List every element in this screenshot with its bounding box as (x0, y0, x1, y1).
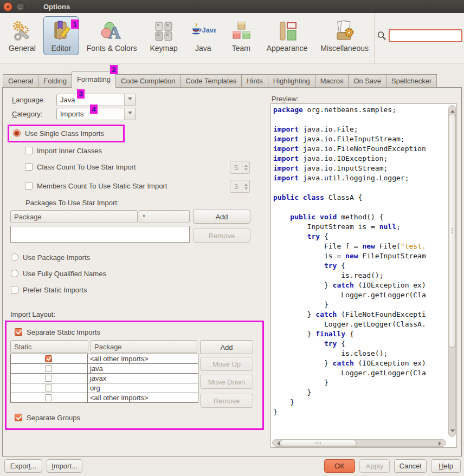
scroll-up-icon[interactable] (450, 108, 455, 113)
annotation-badge-2: 2 (110, 65, 118, 74)
help-button[interactable]: Help (431, 459, 461, 473)
toolbar-item-label: Editor (51, 44, 72, 53)
preview-label: Preview: (272, 95, 299, 103)
window-close-icon[interactable]: × (3, 2, 12, 11)
toolbar-item-miscellaneous[interactable]: Miscellaneous (315, 16, 374, 55)
packages-remove-button[interactable]: Remove (193, 229, 250, 243)
window-maximize-icon[interactable] (16, 2, 25, 11)
appearance-icon (275, 19, 300, 43)
language-value: Java (57, 94, 124, 106)
tab-hints[interactable]: Hints (241, 74, 268, 88)
tab-general[interactable]: General (3, 74, 38, 88)
apply-button[interactable]: Apply (359, 459, 390, 473)
tab-highlighting[interactable]: Highlighting (268, 74, 315, 88)
toolbar-item-keymap[interactable]: Keymap (144, 16, 183, 55)
titlebar: × Options (0, 0, 464, 13)
import-layout-table: <all other imports>javajavaxorg<all othe… (10, 354, 198, 403)
toolbar-item-label: Fonts & Colors (87, 44, 137, 53)
scroll-right-icon[interactable] (439, 441, 443, 446)
separate-groups-checkbox[interactable] (15, 414, 22, 421)
static-checkbox[interactable] (45, 394, 52, 401)
cancel-button[interactable]: Cancel (394, 459, 427, 473)
package-cell: <all other imports> (88, 394, 198, 402)
members-count-checkbox[interactable] (25, 182, 33, 190)
package-cell: org (88, 384, 198, 392)
packages-column-header[interactable]: Package (10, 210, 138, 223)
tab-code-templates[interactable]: Code Templates (180, 74, 242, 88)
tab-macros[interactable]: Macros (315, 74, 349, 88)
separate-groups-label: Separate Groups (27, 414, 80, 422)
spinner-arrows-icon[interactable] (242, 161, 249, 173)
tab-code-completion[interactable]: Code Completion (115, 74, 181, 88)
import-layout-row[interactable]: <all other imports> (11, 393, 198, 403)
members-count-value: 3 (230, 180, 242, 192)
tab-on-save[interactable]: On Save (348, 74, 386, 88)
toolbar-item-general[interactable]: General (3, 16, 41, 55)
toolbar-item-label: Java (195, 44, 211, 53)
scroll-down-icon[interactable] (450, 429, 455, 434)
use-fully-qualified-radio[interactable] (11, 270, 18, 277)
annotation-badge-3: 3 (77, 89, 85, 99)
static-checkbox[interactable] (45, 365, 52, 372)
import-layout-row[interactable]: org (11, 383, 198, 393)
search-input[interactable] (389, 29, 462, 42)
spinner-arrows-icon[interactable] (242, 180, 249, 192)
separate-static-imports-checkbox[interactable] (15, 328, 22, 336)
layout-add-button[interactable]: Add (200, 340, 253, 354)
prefer-static-imports-checkbox[interactable] (11, 286, 18, 294)
import-inner-classes-checkbox[interactable] (25, 147, 33, 154)
tab-bar: GeneralFoldingFormattingCode CompletionC… (3, 71, 436, 88)
import-layout-row[interactable]: java (11, 364, 198, 374)
horizontal-scrollbar-thumb[interactable] (280, 440, 357, 446)
category-toolbar: GeneralEditorAFonts & ColorsKeymapJavaJa… (0, 13, 464, 63)
ok-button[interactable]: OK (324, 459, 355, 473)
static-column-header[interactable]: Static (10, 340, 88, 353)
use-package-imports-radio[interactable] (11, 253, 18, 261)
toolbar-item-team[interactable]: Team (223, 16, 259, 55)
scroll-left-icon[interactable] (275, 441, 280, 446)
export-button[interactable]: Export... (4, 459, 42, 473)
static-checkbox[interactable] (45, 384, 52, 392)
import-layout-row[interactable]: javax (11, 374, 198, 383)
class-count-spinner[interactable]: 5 (230, 161, 250, 174)
team-icon (229, 19, 254, 43)
tab-spellchecker[interactable]: Spellchecker (386, 74, 437, 88)
members-count-label: Members Count To Use Static Star Import (37, 182, 167, 190)
search-icon (377, 31, 386, 41)
package-cell: java (88, 364, 198, 373)
chevron-down-icon[interactable] (124, 108, 136, 120)
import-button[interactable]: Import... (47, 459, 82, 473)
tab-formatting[interactable]: Formatting (72, 71, 116, 88)
star-column-header[interactable]: * (139, 210, 190, 223)
use-single-class-imports-radio[interactable] (13, 129, 21, 137)
import-layout-row[interactable]: <all other imports> (11, 354, 198, 364)
vertical-scrollbar-thumb[interactable] (449, 114, 455, 348)
static-checkbox[interactable] (45, 355, 52, 362)
language-label: Language: (12, 96, 45, 104)
annotation-badge-4: 4 (90, 105, 98, 114)
toolbar-separator (374, 13, 375, 63)
horizontal-scrollbar[interactable] (272, 439, 446, 447)
class-count-value: 5 (230, 161, 242, 173)
members-count-spinner[interactable]: 3 (230, 180, 250, 193)
formatting-panel: Language: Java Category: Imports Use Sin… (2, 87, 462, 457)
package-column-header[interactable]: Package (91, 340, 197, 353)
layout-move-down-button[interactable]: Move Down (200, 375, 253, 389)
package-cell: javax (88, 374, 198, 382)
packages-star-list[interactable] (10, 226, 190, 243)
tab-folding[interactable]: Folding (38, 74, 72, 88)
static-cell (11, 364, 88, 373)
class-count-label: Class Count To Use Star Import (37, 163, 136, 171)
fonts-colors-icon: A (99, 19, 124, 43)
toolbar-item-java[interactable]: JavaJava (185, 16, 221, 55)
toolbar-item-appearance[interactable]: Appearance (261, 16, 313, 55)
packages-add-button[interactable]: Add (193, 210, 250, 224)
vertical-scrollbar[interactable] (448, 105, 456, 437)
svg-text:Java: Java (202, 27, 215, 34)
toolbar-item-fonts-colors[interactable]: AFonts & Colors (81, 16, 143, 55)
class-count-checkbox[interactable] (25, 163, 33, 171)
static-checkbox[interactable] (45, 375, 52, 382)
layout-move-up-button[interactable]: Move Up (200, 357, 253, 371)
chevron-down-icon[interactable] (124, 94, 136, 106)
layout-remove-button[interactable]: Remove (200, 394, 253, 408)
